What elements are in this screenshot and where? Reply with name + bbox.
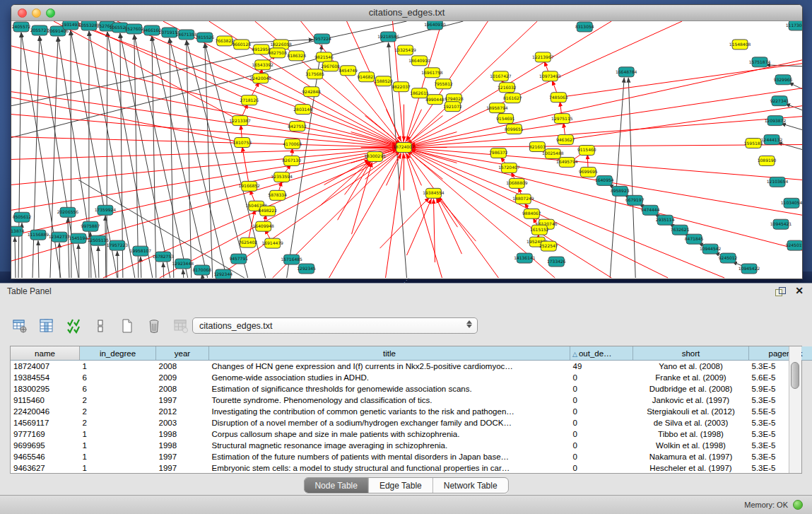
table-select-dropdown[interactable]: citations_edges.txt [192,317,478,334]
close-panel-icon[interactable]: ✕ [795,285,804,296]
graph-node[interactable]: 8161627 [503,93,522,103]
graph-node[interactable]: 10688809 [506,178,528,188]
new-table-icon[interactable] [117,316,137,336]
graph-node[interactable]: 8505612 [13,212,32,222]
network-view[interactable]: 2405572205572720691406193149310553287152… [11,21,802,279]
table-scrollbar-thumb[interactable] [791,362,799,389]
network-window-titlebar[interactable]: citations_edges.txt [11,5,802,21]
graph-node[interactable]: 8170068 [192,265,211,275]
graph-node[interactable]: 9474444 [641,205,660,215]
graph-node[interactable]: 12923448 [172,259,194,269]
graph-node[interactable]: 12103654 [767,177,789,187]
tab-edge-table[interactable]: Edge Table [369,478,433,493]
graph-node[interactable]: 8267130 [282,156,301,165]
graph-node[interactable]: 5878334 [268,190,287,200]
graph-node[interactable]: 1931493 [61,21,81,30]
delete-table-icon[interactable] [144,316,164,336]
graph-node[interactable]: 3175685 [305,69,324,79]
table-settings-icon[interactable] [10,316,30,336]
graph-node[interactable]: 1292345 [297,264,316,274]
graph-node[interactable]: 22420046 [249,74,271,83]
graph-node[interactable]: 4170068 [283,139,302,149]
graph-node[interactable]: 6679197 [625,195,645,205]
graph-node[interactable]: 9660128 [232,40,251,49]
graph-node[interactable]: 2405572 [12,22,31,32]
table-row[interactable]: 946362711997Embryonic stem cells: a mode… [11,462,812,474]
table-row[interactable]: 946554611997Estimation of the future num… [11,451,812,462]
graph-node[interactable]: 7625402 [238,238,257,247]
table-row[interactable]: 1456911722003Disruption of a novel membe… [11,417,812,428]
graph-node[interactable]: 1292344 [213,269,233,279]
table-row[interactable]: 1872400712008Changes of HCN gene express… [11,361,812,373]
graph-node[interactable]: 16782753 [153,252,175,262]
graph-node[interactable]: 19958107 [130,246,152,256]
graph-node[interactable]: 8471845 [685,234,704,244]
column-header-out_de[interactable]: △out_de… [570,346,633,361]
graph-node[interactable]: 15720407 [498,163,520,173]
graph-node[interactable]: 12213387 [230,116,252,126]
graph-node[interactable]: 2803144 [293,105,312,115]
graph-node[interactable]: 16543392 [252,60,273,70]
graph-node[interactable]: 16914479 [261,238,283,248]
graph-node[interactable]: 1810753 [233,138,252,148]
graph-node[interactable]: 14671358 [176,30,198,40]
graph-node[interactable]: 16495794 [556,157,578,167]
graph-node[interactable]: 9146821 [357,72,376,82]
graph-node[interactable]: 12353594 [271,172,293,182]
graph-node[interactable]: 1640954 [595,175,614,185]
graph-node[interactable]: 7663822 [215,36,234,46]
graph-node[interactable]: 9227341 [770,96,789,106]
graph-node[interactable]: 9821546 [314,52,334,62]
graph-node[interactable]: 7632621 [671,225,690,235]
graph-node[interactable]: 9457791 [229,254,248,264]
graph-node[interactable]: 1615152 [530,225,549,235]
table-row[interactable]: 969969511998Structural magnetic resonanc… [11,440,812,451]
graph-node[interactable]: 9154691 [496,114,515,124]
graph-node[interactable]: 7485063 [549,93,568,103]
graph-node[interactable]: 8099651 [505,124,524,134]
graph-node[interactable]: 9245019 [786,240,802,250]
graph-node[interactable]: 1545194 [69,233,88,243]
graph-node[interactable]: 9822037 [392,82,411,92]
graph-node[interactable]: 9913874 [11,226,24,236]
graph-node[interactable]: 20206556 [57,207,79,217]
graph-node[interactable]: 7955812 [434,79,453,89]
graph-node[interactable]: 18807249 [512,194,534,204]
table-row[interactable]: 911546021997Tourette syndrome. Phenomeno… [11,395,812,406]
graph-node[interactable]: 7957224 [312,34,331,44]
graph-node[interactable]: 10945421 [770,219,792,229]
graph-node[interactable]: 18640910 [408,56,430,66]
select-checks-icon[interactable] [64,316,83,336]
graph-node[interactable]: 9329966 [774,75,793,85]
graph-node[interactable]: 11548408 [729,40,751,49]
graph-node[interactable]: 8313054 [575,22,594,32]
graph-node[interactable]: 18724007 [393,143,415,153]
graph-node[interactable]: 10167427 [490,71,512,81]
graph-node[interactable]: 2967608 [321,62,340,71]
row-height-icon[interactable] [90,316,110,336]
graph-node[interactable]: 8498222 [258,206,277,216]
graph-node[interactable]: 8454749 [339,66,358,76]
graph-node[interactable]: 15751874 [749,57,771,67]
column-header-title[interactable]: title [209,346,570,361]
float-panel-icon[interactable] [775,287,785,296]
graph-node[interactable]: 18300295 [364,151,386,161]
graph-node[interactable]: 17359924 [95,205,117,215]
table-row[interactable]: 2242004622012Investigating the contribut… [11,406,812,417]
graph-node[interactable]: 9975887 [81,221,100,231]
graph-node[interactable]: 2055727 [30,25,49,35]
graph-node[interactable]: 1527602 [125,24,144,34]
graph-node[interactable]: 1216032 [498,83,517,93]
graph-node[interactable]: 1921072 [443,102,462,112]
graph-node[interactable]: 16961758 [421,68,443,78]
graph-node[interactable]: 9115460 [577,146,596,156]
column-header-short[interactable]: short [633,346,749,361]
graph-node[interactable]: 9699695 [579,167,598,177]
column-header-in_degree[interactable]: in_degree [80,346,156,361]
graph-node[interactable]: 16648784 [616,67,637,77]
graph-node[interactable]: 16409948 [252,221,274,231]
graph-node[interactable]: 7986372 [489,148,508,158]
graph-node[interactable]: 2935114 [656,215,675,225]
graph-node[interactable]: 12444132 [761,135,783,145]
graph-node[interactable]: 7815526 [195,33,214,42]
